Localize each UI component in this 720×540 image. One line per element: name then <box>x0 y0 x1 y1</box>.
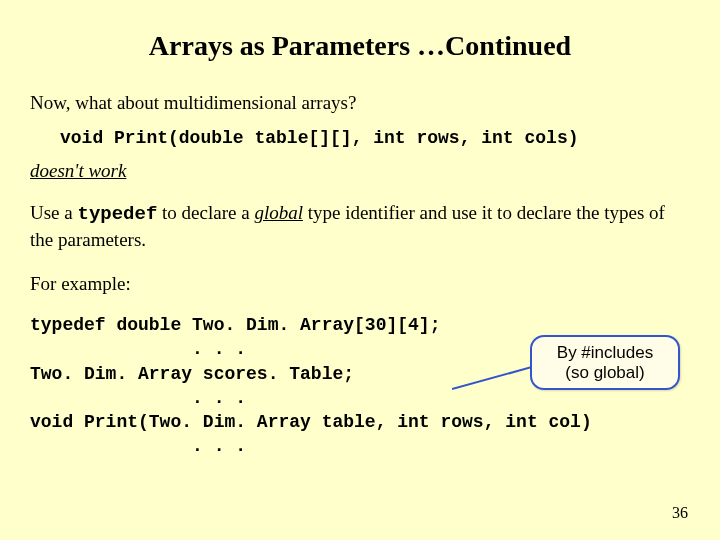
typedef-mid: to declare a <box>157 202 254 223</box>
intro-text: Now, what about multidimensional arrays? <box>30 90 690 116</box>
for-example-text: For example: <box>30 273 690 295</box>
callout-line2: (so global) <box>542 363 668 383</box>
svg-line-0 <box>452 367 532 389</box>
doesnt-work-text: doesn't work <box>30 160 690 182</box>
callout-bubble: By #includes (so global) <box>530 335 680 390</box>
typedef-instruction: Use a typedef to declare a global type i… <box>30 200 690 253</box>
slide-title: Arrays as Parameters …Continued <box>30 30 690 62</box>
callout-line1: By #includes <box>542 343 668 363</box>
global-word: global <box>254 202 303 223</box>
code-bad-signature: void Print(double table[][], int rows, i… <box>60 128 690 148</box>
callout-connector-line <box>452 365 532 395</box>
slide: Arrays as Parameters …Continued Now, wha… <box>0 0 720 540</box>
callout-box: By #includes (so global) <box>530 335 680 390</box>
page-number: 36 <box>672 504 688 522</box>
typedef-keyword: typedef <box>77 203 157 225</box>
typedef-prefix: Use a <box>30 202 77 223</box>
